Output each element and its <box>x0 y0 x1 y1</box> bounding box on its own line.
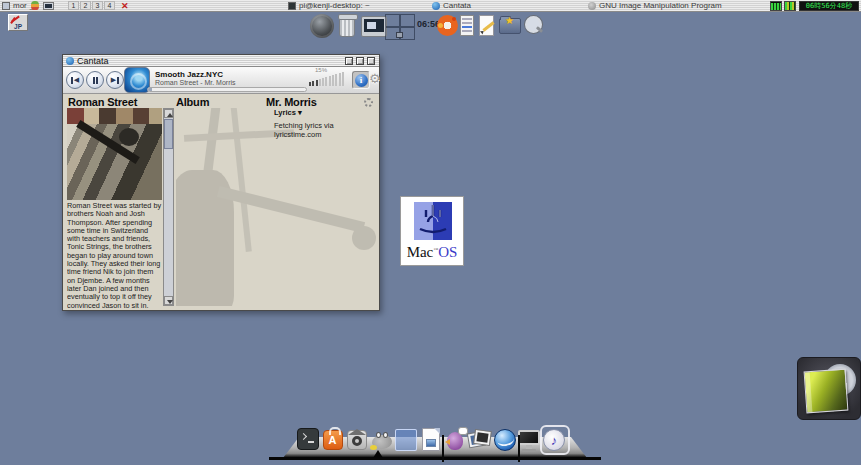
cantata-window: Cantata ◀ ▶ Smooth Jazz.NYC Roman Street… <box>62 54 380 311</box>
close-button[interactable] <box>367 57 375 65</box>
scroll-thumb[interactable] <box>164 119 173 149</box>
menubar-window-label: mor <box>13 1 27 10</box>
zoom-button[interactable] <box>356 57 364 65</box>
cd-album-widget[interactable] <box>797 357 861 420</box>
workspace-3[interactable]: 3 <box>92 1 103 10</box>
lcd-clock[interactable]: 06時56分48秒 <box>799 1 859 11</box>
vol-bar <box>332 75 334 86</box>
apple-icon <box>31 1 39 10</box>
workspace-pager[interactable] <box>385 14 415 40</box>
photo-manager-icon[interactable] <box>468 427 493 453</box>
album-column-header: Album <box>176 96 209 108</box>
music-player-icon[interactable]: ♪ <box>542 427 567 453</box>
pager-cell[interactable] <box>400 14 415 27</box>
next-bar <box>117 77 119 84</box>
taskbar-label: Cantata <box>443 1 471 10</box>
star-icon: ★ <box>505 15 514 26</box>
music-note-icon: ♪ <box>543 429 565 451</box>
pidgin-icon[interactable] <box>444 427 469 453</box>
vol-bar <box>329 76 331 86</box>
cpu-monitor-applet[interactable] <box>770 1 782 11</box>
os-word: OS <box>438 244 457 260</box>
display-menu[interactable] <box>43 0 54 11</box>
window-list-icon[interactable] <box>460 15 474 36</box>
macos-logo-image[interactable]: Mac™OS <box>400 196 464 266</box>
pager-window-dot <box>396 32 403 38</box>
scroll-down-arrow[interactable] <box>164 296 173 305</box>
close-window-button[interactable]: ✕ <box>121 0 129 11</box>
workspace-1[interactable]: 1 <box>68 1 79 10</box>
display-settings-icon[interactable] <box>517 427 542 453</box>
display-base <box>522 449 536 452</box>
memory-monitor-applet[interactable] <box>784 1 796 11</box>
search-magnifier-icon[interactable] <box>524 15 544 36</box>
list-line <box>462 30 472 32</box>
workspace-2[interactable]: 2 <box>80 1 91 10</box>
workspace-4[interactable]: 4 <box>104 1 115 10</box>
terminal-icon[interactable] <box>296 427 321 453</box>
input-method-label: JP <box>9 23 27 30</box>
track-title: Smooth Jazz.NYC <box>155 70 223 79</box>
prev-icon: ◀ <box>74 76 79 84</box>
lyrics-status-text: Fetching lyrics via lyricstime.com <box>274 121 378 139</box>
term-underscore <box>308 441 314 443</box>
seek-bar[interactable] <box>147 87 307 92</box>
menubar-window-button[interactable]: mor _ <box>2 0 34 11</box>
favorites-folder-icon[interactable]: ★ <box>499 18 521 34</box>
pause-bar <box>96 77 98 84</box>
info-view-button[interactable]: i <box>352 71 370 89</box>
next-button[interactable]: ▶ <box>106 71 124 89</box>
taskbar-label: pi@kenji-desktop: ~ <box>299 1 370 10</box>
volume-slider[interactable] <box>309 71 351 86</box>
home-folder-icon[interactable] <box>345 427 370 453</box>
taskbar-item-gimp[interactable]: GNU Image Manipulation Program <box>588 0 722 11</box>
gimp-eye <box>383 432 388 438</box>
bag-glyph: A <box>323 430 343 450</box>
home-roof <box>348 429 366 435</box>
artist-bio-text: Roman Street was started by brothers Noa… <box>67 202 163 309</box>
ubuntu-logo-icon[interactable] <box>437 15 458 36</box>
artist-column-header: Roman Street <box>68 96 137 108</box>
taskbar-item-terminal[interactable]: pi@kenji-desktop: ~ <box>288 0 370 11</box>
figure-head-shape <box>119 128 139 146</box>
web-browser-icon[interactable] <box>493 427 518 453</box>
mac-word: Mac <box>407 244 434 260</box>
dock-indicator-line <box>518 435 520 462</box>
list-line <box>462 22 472 24</box>
pager-cell[interactable] <box>385 14 400 27</box>
art-shape <box>217 186 365 233</box>
trash-icon[interactable] <box>339 16 355 37</box>
previous-button[interactable]: ◀ <box>66 71 84 89</box>
collapse-button[interactable] <box>345 57 353 65</box>
photo-area <box>67 124 162 200</box>
gimp-mini-icon <box>588 2 596 10</box>
prev-bar <box>71 77 73 84</box>
notes-icon[interactable] <box>479 15 494 36</box>
settings-gear-icon[interactable]: ⚙ <box>369 71 381 86</box>
photo-2 <box>474 430 491 445</box>
sphere-applet-icon[interactable] <box>310 14 334 38</box>
pause-button[interactable] <box>86 71 104 89</box>
lyrics-dropdown[interactable]: Lyrics ▾ <box>274 108 302 117</box>
taskbar-item-cantata[interactable]: Cantata <box>432 0 471 11</box>
blue-box <box>395 429 417 451</box>
cd-case-art <box>804 369 849 414</box>
artist-scrollbar[interactable] <box>163 108 174 306</box>
titlebar[interactable]: Cantata <box>63 55 379 67</box>
software-center-icon[interactable]: A <box>321 427 346 453</box>
apple-menu[interactable] <box>31 0 39 11</box>
libreoffice-writer-icon[interactable] <box>419 427 444 453</box>
window-placeholder-icon[interactable] <box>394 427 419 453</box>
artist-photo <box>67 108 162 200</box>
scroll-up-arrow[interactable] <box>164 109 173 118</box>
desktop: mor _ 1 2 3 4 ✕ pi@kenji-desktop: ~ Cant… <box>0 0 861 465</box>
vol-bar <box>342 72 344 86</box>
vol-bar <box>309 82 311 86</box>
list-line <box>462 18 472 20</box>
track-column-header: Mr. Morris <box>266 96 317 108</box>
menubar: mor _ 1 2 3 4 ✕ pi@kenji-desktop: ~ Cant… <box>0 0 861 12</box>
loading-spinner-icon <box>364 98 373 107</box>
dock-icons: A ♪ <box>296 427 567 453</box>
input-method-indicator[interactable]: JP <box>8 14 28 31</box>
screen-applet-icon[interactable] <box>361 16 387 37</box>
